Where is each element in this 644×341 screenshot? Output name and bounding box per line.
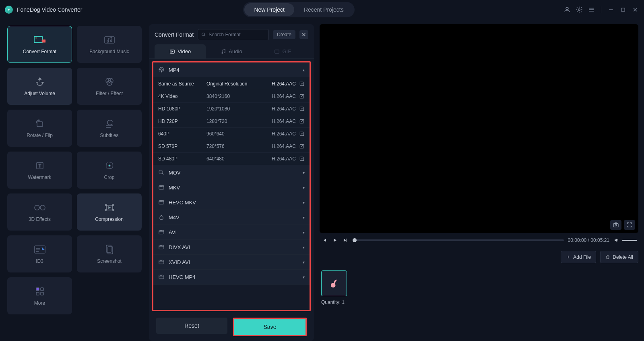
svg-point-47 xyxy=(161,68,162,69)
format-head[interactable]: MKV▾ xyxy=(153,180,310,195)
format-row[interactable]: 4K Video3840*2160H.264,AAC xyxy=(153,90,310,102)
svg-rect-7 xyxy=(621,8,625,11)
format-list[interactable]: MP4▴Same as SourceOriginal ResolutionH.2… xyxy=(152,61,311,311)
format-icon xyxy=(158,199,165,206)
app-logo-icon xyxy=(5,6,13,14)
svg-rect-38 xyxy=(41,292,43,295)
edit-icon[interactable] xyxy=(299,106,305,112)
tool-label: Filter / Effect xyxy=(96,91,123,96)
tab-recent-projects[interactable]: Recent Projects xyxy=(294,3,353,16)
close-panel-icon[interactable]: ✕ xyxy=(299,30,308,39)
tool-background-music[interactable]: Background Music xyxy=(77,26,142,63)
user-icon[interactable] xyxy=(563,6,571,14)
chevron-down-icon: ▾ xyxy=(303,200,305,205)
svg-line-59 xyxy=(162,173,163,175)
tool-rotate-flip[interactable]: Rotate / Flip xyxy=(7,110,72,147)
media-thumbnail[interactable] xyxy=(321,270,347,296)
format-head[interactable]: MOV▾ xyxy=(153,165,310,180)
chevron-down-icon: ▾ xyxy=(303,170,305,175)
panel-title: Convert Format xyxy=(155,31,194,38)
format-icon xyxy=(158,244,165,250)
format-tab-video[interactable]: Video xyxy=(155,44,206,58)
tool-adjust-volume[interactable]: Adjust Volume xyxy=(7,68,72,105)
tool-screenshot[interactable]: Screenshot xyxy=(77,235,142,272)
snapshot-icon[interactable] xyxy=(610,220,621,230)
svg-marker-0 xyxy=(8,9,10,11)
quantity-label: Quantity: 1 xyxy=(321,299,347,305)
tool-more[interactable]: More xyxy=(7,277,72,314)
filter-effect-icon xyxy=(103,76,116,87)
format-row[interactable]: Same as SourceOriginal ResolutionH.264,A… xyxy=(153,77,310,90)
format-head[interactable]: HEVC MKV▾ xyxy=(153,195,310,210)
close-icon[interactable] xyxy=(631,6,639,14)
tool-label: Rotate / Flip xyxy=(27,133,53,138)
tool-convert-format[interactable]: Convert Format xyxy=(7,26,72,63)
edit-icon[interactable] xyxy=(299,143,305,149)
tool-subtitles[interactable]: Subtitles xyxy=(77,110,142,147)
edit-icon[interactable] xyxy=(299,81,305,87)
format-row[interactable]: HD 1080P1920*1080H.264,AAC xyxy=(153,102,310,115)
tool-compression[interactable]: Compression xyxy=(77,193,142,231)
edit-icon[interactable] xyxy=(299,119,305,124)
convert-format-icon xyxy=(33,34,46,46)
svg-rect-10 xyxy=(34,37,42,43)
format-row[interactable]: 640P960*640H.264,AAC xyxy=(153,127,310,140)
add-file-button[interactable]: ＋Add File xyxy=(561,251,596,263)
menu-icon[interactable] xyxy=(587,6,595,14)
format-group: MOV▾ xyxy=(153,165,310,180)
fullscreen-icon[interactable] xyxy=(624,220,635,230)
tool-label: Watermark xyxy=(28,175,51,180)
svg-rect-36 xyxy=(41,288,43,291)
format-head-mp4[interactable]: MP4▴ xyxy=(153,62,310,77)
play-icon[interactable] xyxy=(332,237,338,243)
reset-button[interactable]: Reset xyxy=(156,318,227,334)
audio-icon xyxy=(221,49,226,54)
edit-icon[interactable] xyxy=(299,131,305,137)
format-group: DIVX AVI▾ xyxy=(153,240,310,255)
format-group: HEVC MKV▾ xyxy=(153,195,310,210)
tool-watermark[interactable]: TWatermark xyxy=(7,152,72,189)
format-head[interactable]: HEVC MP4▾ xyxy=(153,270,310,284)
format-tab-audio[interactable]: Audio xyxy=(206,44,257,58)
tab-new-project[interactable]: New Project xyxy=(244,3,294,16)
svg-rect-35 xyxy=(36,288,39,291)
create-button[interactable]: Create xyxy=(273,30,295,39)
tool-3d-effects[interactable]: 3D Effects xyxy=(7,193,72,231)
tool-id3[interactable]: ID3 xyxy=(7,235,72,272)
save-button[interactable]: Save xyxy=(234,319,305,335)
volume-icon[interactable] xyxy=(613,237,620,243)
format-tab-gif[interactable]: GIF xyxy=(257,44,308,58)
minimize-icon[interactable] xyxy=(607,6,615,14)
tool-crop[interactable]: Crop xyxy=(77,152,142,189)
format-head[interactable]: AVI▾ xyxy=(153,225,310,239)
svg-point-25 xyxy=(40,205,45,210)
video-preview xyxy=(320,24,638,233)
format-head[interactable]: DIVX AVI▾ xyxy=(153,240,310,254)
tool-label: Crop xyxy=(104,175,114,180)
search-input[interactable]: Search Format xyxy=(198,29,269,40)
next-icon[interactable] xyxy=(342,237,349,243)
format-icon xyxy=(158,169,165,176)
chevron-down-icon: ▾ xyxy=(303,245,305,250)
gear-icon[interactable] xyxy=(575,6,583,14)
edit-icon[interactable] xyxy=(299,94,305,99)
video-icon xyxy=(169,49,175,54)
svg-rect-13 xyxy=(105,37,114,43)
format-row[interactable]: SD 576P720*576H.264,AAC xyxy=(153,140,310,152)
svg-marker-95 xyxy=(334,239,336,242)
format-row[interactable]: SD 480P640*480H.264,AAC xyxy=(153,152,310,165)
tool-filter-effect[interactable]: Filter / Effect xyxy=(77,68,142,105)
edit-icon[interactable] xyxy=(299,156,305,162)
svg-point-1 xyxy=(566,7,568,10)
trash-icon xyxy=(605,255,610,260)
maximize-icon[interactable] xyxy=(619,6,627,14)
prev-icon[interactable] xyxy=(321,237,328,243)
delete-all-button[interactable]: Delete All xyxy=(600,251,638,263)
seek-bar[interactable] xyxy=(353,239,564,241)
format-group: MKV▾ xyxy=(153,180,310,195)
svg-point-23 xyxy=(109,165,110,166)
format-head[interactable]: M4V▾ xyxy=(153,210,310,225)
format-head[interactable]: XVID AVI▾ xyxy=(153,255,310,269)
volume-slider[interactable] xyxy=(622,240,637,241)
format-row[interactable]: HD 720P1280*720H.264,AAC xyxy=(153,115,310,127)
